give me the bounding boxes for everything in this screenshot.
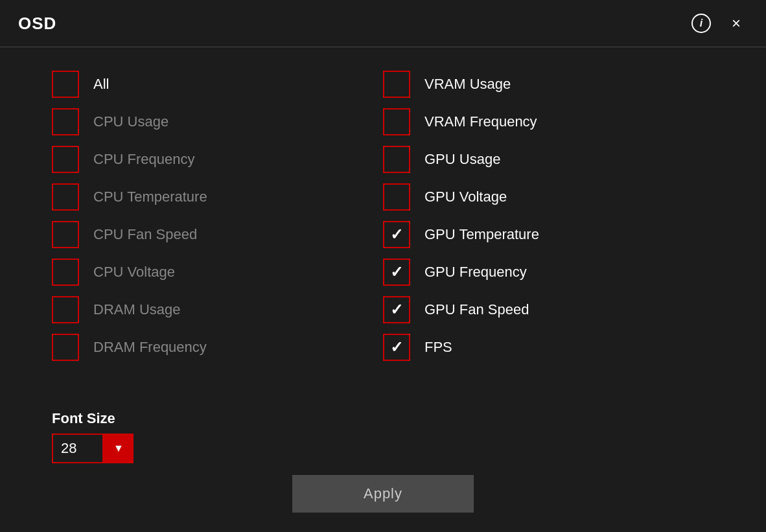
osd-window: OSD i × AllCPU UsageCPU FrequencyCPU Tem… [0,0,766,532]
label-vram-frequency: VRAM Frequency [424,113,537,130]
content-area: AllCPU UsageCPU FrequencyCPU Temperature… [0,47,766,532]
checkbox-fps[interactable]: ✓ [383,334,410,361]
checkbox-dram-usage[interactable] [52,296,79,323]
apply-button[interactable]: Apply [292,475,474,513]
checkbox-cpu-usage[interactable] [52,108,79,135]
label-cpu-temperature: CPU Temperature [93,189,207,205]
font-size-dropdown-button[interactable]: ▼ [104,434,133,463]
checkboxes-grid: AllCPU UsageCPU FrequencyCPU Temperature… [52,67,714,400]
label-dram-frequency: DRAM Frequency [93,339,207,356]
label-cpu-fan-speed: CPU Fan Speed [93,226,197,243]
checkbox-gpu-fan-speed[interactable]: ✓ [383,296,410,323]
checkmark-icon: ✓ [390,340,403,355]
checkbox-gpu-frequency[interactable]: ✓ [383,259,410,286]
label-fps: FPS [424,339,452,356]
left-checkbox-row: CPU Fan Speed [52,217,383,252]
left-checkbox-row: CPU Usage [52,104,383,139]
label-gpu-voltage: GPU Voltage [424,189,507,205]
right-checkbox-row: ✓GPU Fan Speed [383,292,714,327]
checkbox-gpu-temperature[interactable]: ✓ [383,221,410,248]
label-cpu-frequency: CPU Frequency [93,151,195,168]
checkbox-gpu-usage[interactable] [383,146,410,173]
checkbox-gpu-voltage[interactable] [383,183,410,211]
left-checkbox-row: CPU Temperature [52,179,383,214]
label-gpu-temperature: GPU Temperature [424,226,539,243]
right-checkbox-row: VRAM Frequency [383,104,714,139]
right-checkbox-row: ✓GPU Temperature [383,217,714,252]
checkbox-vram-usage[interactable] [383,71,410,98]
close-icon: × [732,16,741,31]
checkbox-dram-frequency[interactable] [52,334,79,361]
checkbox-cpu-frequency[interactable] [52,146,79,173]
left-checkbox-row: CPU Frequency [52,142,383,177]
left-checkbox-row: DRAM Usage [52,292,383,327]
info-button[interactable]: i [690,12,713,35]
checkbox-cpu-fan-speed[interactable] [52,221,79,248]
checkbox-cpu-temperature[interactable] [52,183,79,211]
left-checkbox-row: CPU Voltage [52,255,383,290]
font-size-control: ▼ [52,434,136,463]
checkbox-vram-frequency[interactable] [383,108,410,135]
checkbox-all[interactable] [52,71,79,98]
right-checkbox-row: GPU Voltage [383,179,714,214]
label-all: All [93,76,109,93]
apply-button-container: Apply [52,475,714,513]
right-checkbox-row: GPU Usage [383,142,714,177]
right-checkbox-row: VRAM Usage [383,67,714,102]
checkbox-cpu-voltage[interactable] [52,259,79,286]
font-size-label: Font Size [52,410,714,427]
checkmark-icon: ✓ [390,227,403,242]
left-checkbox-row: DRAM Frequency [52,330,383,365]
label-gpu-usage: GPU Usage [424,151,500,168]
window-title: OSD [18,14,56,34]
right-checkbox-row: ✓FPS [383,330,714,365]
left-checkbox-row: All [52,67,383,102]
label-dram-usage: DRAM Usage [93,301,180,318]
font-size-input[interactable] [52,434,104,463]
close-button[interactable]: × [725,12,748,35]
title-bar: OSD i × [0,0,766,47]
checkmark-icon: ✓ [390,302,403,318]
label-vram-usage: VRAM Usage [424,76,511,93]
bottom-section: Font Size ▼ [52,410,714,463]
label-cpu-voltage: CPU Voltage [93,264,175,281]
label-cpu-usage: CPU Usage [93,113,168,130]
right-column: VRAM UsageVRAM FrequencyGPU UsageGPU Vol… [383,67,714,400]
dropdown-arrow-icon: ▼ [113,443,124,454]
right-checkbox-row: ✓GPU Frequency [383,255,714,290]
label-gpu-frequency: GPU Frequency [424,264,527,281]
info-icon: i [691,14,711,33]
title-bar-actions: i × [690,12,748,35]
checkmark-icon: ✓ [390,264,403,280]
label-gpu-fan-speed: GPU Fan Speed [424,301,529,318]
left-column: AllCPU UsageCPU FrequencyCPU Temperature… [52,67,383,400]
